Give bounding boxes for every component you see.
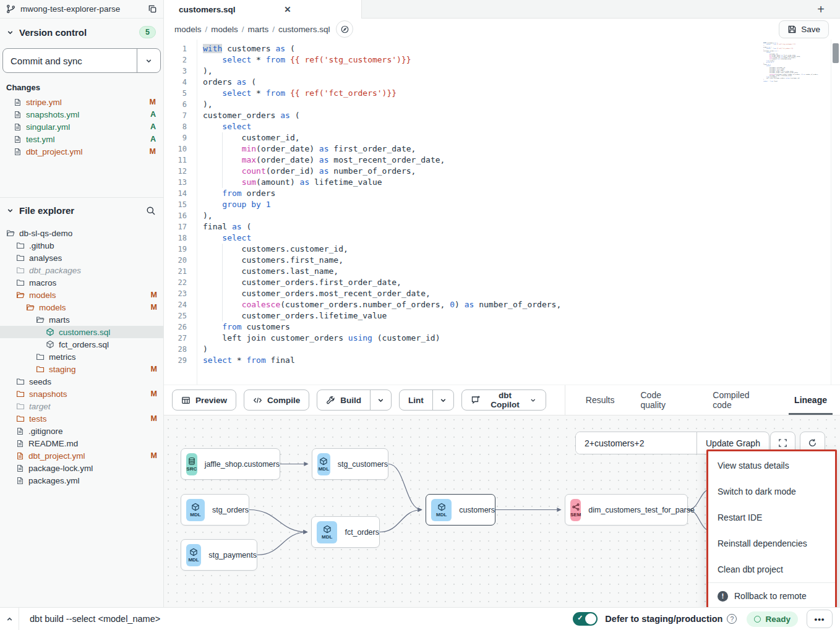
compile-button[interactable]: Compile (244, 389, 309, 411)
copy-icon[interactable] (148, 4, 157, 14)
folder-icon (36, 365, 45, 373)
editor-scrollbar[interactable] (831, 40, 840, 385)
node-label: jaffle_shop.customers (205, 460, 280, 469)
line-number: 15 (164, 199, 197, 210)
scrollbar-thumb[interactable] (833, 43, 839, 63)
breadcrumb-part[interactable]: marts (248, 25, 269, 34)
breadcrumb-part[interactable]: customers.sql (278, 25, 330, 34)
tree-item-customers-sql[interactable]: customers.sql (0, 326, 163, 338)
menu-item-clean-dbt-project[interactable]: Clean dbt project (708, 556, 835, 582)
menu-item-reinstall-dependencies[interactable]: Reinstall dependencies (708, 530, 835, 556)
search-icon[interactable] (146, 206, 156, 216)
help-icon[interactable]: ? (727, 614, 737, 624)
tree-item-readme-md[interactable]: README.md (0, 437, 163, 449)
model-icon (323, 524, 332, 534)
lineage-node-fct_orders[interactable]: MDLfct_orders (311, 516, 380, 548)
dbt-copilot-button[interactable]: dbt Copilot (461, 389, 546, 411)
tree-item-package-lock-yml[interactable]: package-lock.yml (0, 462, 163, 474)
status-badge[interactable]: Ready (747, 611, 798, 627)
tab-results[interactable]: Results (573, 385, 628, 415)
node-label: stg_orders (212, 506, 249, 514)
tree-item-fct-orders-sql[interactable]: fct_orders.sql (0, 338, 163, 351)
file-explorer-header[interactable]: File explorer (0, 198, 163, 221)
tree-item-label: marts (49, 315, 70, 325)
tree-item-db-sl-qs-demo[interactable]: db-sl-qs-demo (0, 227, 163, 239)
lineage-panel[interactable]: SRCjaffle_shop.customersMDLstg_customers… (164, 415, 840, 607)
tree-item--gitignore[interactable]: .gitignore (0, 425, 163, 437)
tree-item-staging[interactable]: stagingM (0, 363, 163, 375)
code-line: orders as ( (203, 77, 760, 88)
tab-lineage[interactable]: Lineage (781, 385, 840, 415)
tab-compiled-code[interactable]: Compiled code (700, 385, 781, 415)
tree-item-label: .gitignore (28, 427, 63, 436)
expand-command-bar-icon[interactable] (0, 615, 19, 623)
indent-guide (222, 277, 223, 288)
code-editor[interactable]: 1234567891011121314151617181920212223242… (164, 40, 840, 385)
commit-options-button[interactable] (137, 49, 160, 72)
tree-item-metrics[interactable]: metrics (0, 351, 163, 363)
tab-customers-sql[interactable]: customers.sql ✕ (164, 0, 362, 19)
lineage-node-stg_orders[interactable]: MDLstg_orders (181, 494, 249, 526)
version-control-header[interactable]: Version control 5 (0, 19, 163, 43)
new-tab-button[interactable]: + (813, 1, 829, 17)
lint-options-button[interactable] (432, 390, 453, 410)
breadcrumb-part[interactable]: models (211, 25, 238, 34)
lineage-node-stg_payments[interactable]: MDLstg_payments (181, 539, 257, 571)
tree-item-target[interactable]: target (0, 400, 163, 412)
change-item[interactable]: dbt_project.ymlM (0, 145, 163, 158)
preview-button[interactable]: Preview (172, 389, 236, 411)
tree-item-dbt-packages[interactable]: dbt_packages (0, 264, 163, 276)
tree-item-snapshots[interactable]: snapshotsM (0, 388, 163, 400)
menu-item-rollback-to-remote[interactable]: !Rollback to remote (708, 583, 835, 607)
build-options-button[interactable] (370, 390, 391, 410)
lineage-edge (249, 510, 307, 532)
change-item[interactable]: test.ymlA (0, 133, 163, 145)
commit-split-button: Commit and sync (2, 48, 161, 73)
tree-item-analyses[interactable]: analyses (0, 252, 163, 264)
lineage-node-customers[interactable]: MDLcustomers (426, 494, 495, 526)
commit-and-sync-button[interactable]: Commit and sync (3, 49, 137, 72)
line-number: 24 (164, 299, 197, 310)
minimap[interactable]: with customers as ( select * from {{ ref… (763, 42, 828, 82)
file-tree: db-sl-qs-demo.githubanalysesdbt_packages… (0, 227, 163, 487)
defer-toggle[interactable]: ✓ (573, 612, 598, 626)
close-tab-icon[interactable]: ✕ (281, 3, 294, 15)
branch-row: mwong-test-explorer-parse (0, 0, 163, 19)
open-in-lineage-button[interactable] (336, 20, 353, 38)
breadcrumb-part[interactable]: models (174, 25, 202, 34)
graph-selector-input[interactable] (576, 432, 696, 454)
save-button[interactable]: Save (779, 20, 829, 38)
change-item[interactable]: stripe.ymlM (0, 96, 163, 108)
indent-guide (222, 177, 223, 188)
tree-item-seeds[interactable]: seeds (0, 375, 163, 388)
lineage-node-dim_customers[interactable]: SEMdim_customers_test_for_parse (565, 494, 688, 526)
tree-item-tests[interactable]: testsM (0, 412, 163, 425)
menu-item-view-status-details[interactable]: View status details (708, 453, 835, 479)
tab-code-quality[interactable]: Code quality (627, 385, 700, 415)
menu-item-switch-to-dark-mode[interactable]: Switch to dark mode (708, 479, 835, 504)
code-line: customers.last_name, (203, 266, 760, 277)
tree-item-packages-yml[interactable]: packages.yml (0, 474, 163, 487)
tree-item-models[interactable]: modelsM (0, 289, 163, 301)
tree-item-dbt-project-yml[interactable]: dbt_project.ymlM (0, 449, 163, 462)
tree-item--github[interactable]: .github (0, 239, 163, 252)
indent-guide (222, 288, 223, 299)
tree-item-macros[interactable]: macros (0, 276, 163, 289)
code-content[interactable]: with customers as ( select * from {{ ref… (203, 43, 760, 366)
lint-button[interactable]: Lint (400, 390, 432, 410)
build-button[interactable]: Build (317, 390, 370, 410)
code-line: ), (203, 99, 760, 110)
statusbar-divider (19, 608, 19, 630)
tree-item-models[interactable]: modelsM (0, 301, 163, 313)
chevron-down-icon (529, 396, 537, 404)
change-item[interactable]: snapshots.ymlA (0, 108, 163, 121)
menu-item-restart-ide[interactable]: Restart IDE (708, 504, 835, 530)
change-item[interactable]: singular.ymlA (0, 121, 163, 133)
more-options-button[interactable]: ••• (807, 610, 833, 628)
change-status: A (150, 135, 156, 143)
lineage-node-src_jaffle[interactable]: SRCjaffle_shop.customers (181, 448, 280, 480)
lineage-node-stg_customers[interactable]: MDLstg_customers (312, 448, 388, 480)
command-input[interactable]: dbt build --select <model_name> (30, 614, 160, 624)
tree-item-marts[interactable]: marts (0, 313, 163, 326)
model-icon (46, 328, 54, 336)
